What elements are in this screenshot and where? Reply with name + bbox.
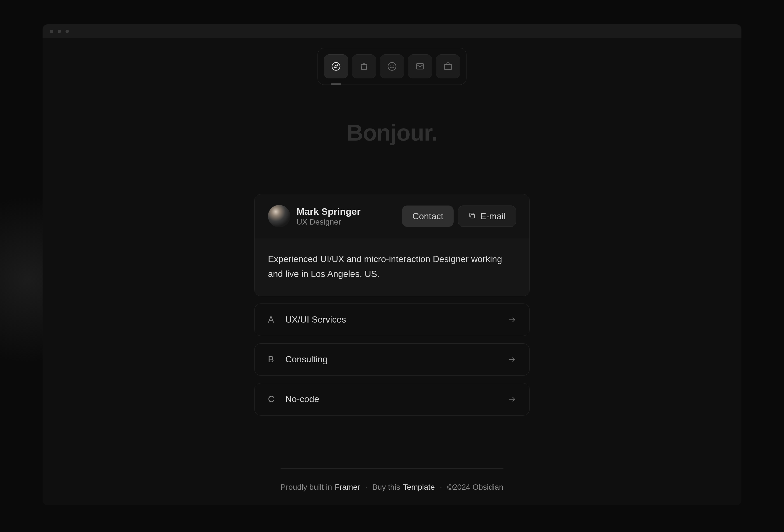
avatar: [268, 205, 290, 227]
footer-template-link[interactable]: Template: [403, 483, 435, 492]
app-window: Bonjour. Mark Springer UX Designer Conta…: [43, 24, 741, 505]
maximize-icon[interactable]: [65, 30, 69, 33]
smile-icon: [387, 62, 397, 71]
footer-separator: ·: [363, 483, 370, 492]
arrow-right-icon: [508, 316, 516, 324]
footer-built-link[interactable]: Framer: [335, 483, 360, 492]
footer-built-prefix: Proudly built in: [281, 483, 332, 492]
svg-marker-1: [334, 65, 337, 68]
list-label: UX/UI Services: [285, 314, 498, 325]
page-content: Bonjour. Mark Springer UX Designer Conta…: [43, 38, 741, 505]
nav-about[interactable]: [380, 54, 404, 78]
nav-contact[interactable]: [408, 54, 432, 78]
arrow-right-icon: [508, 356, 516, 363]
svg-point-0: [332, 62, 340, 70]
service-item-ux[interactable]: A UX/UI Services: [254, 304, 530, 336]
close-icon[interactable]: [50, 30, 53, 33]
profile-name: Mark Springer: [297, 206, 396, 217]
contact-button[interactable]: Contact: [402, 205, 454, 227]
nav-store[interactable]: [352, 54, 376, 78]
copy-icon: [469, 211, 476, 222]
arrow-right-icon: [508, 395, 516, 403]
service-item-nocode[interactable]: C No-code: [254, 383, 530, 416]
top-nav: [317, 48, 467, 85]
email-button[interactable]: E-mail: [458, 205, 516, 227]
profile-bio: Experienced UI/UX and micro-interaction …: [268, 252, 516, 281]
contact-button-label: Contact: [413, 211, 443, 222]
nav-home[interactable]: [324, 54, 348, 78]
shopping-bag-icon: [359, 62, 369, 71]
profile-card: Mark Springer UX Designer Contact E-mail: [254, 194, 530, 296]
profile-header: Mark Springer UX Designer Contact E-mail: [254, 194, 530, 238]
footer-separator: ·: [438, 483, 444, 492]
page-greeting: Bonjour.: [347, 119, 438, 146]
list-letter: C: [268, 394, 275, 404]
profile-identity: Mark Springer UX Designer: [297, 206, 396, 227]
briefcase-icon: [443, 62, 453, 71]
minimize-icon[interactable]: [58, 30, 61, 33]
profile-role: UX Designer: [297, 218, 396, 226]
profile-actions: Contact E-mail: [402, 205, 516, 227]
list-letter: A: [268, 314, 275, 325]
mail-icon: [415, 62, 425, 71]
window-titlebar: [43, 24, 741, 38]
profile-body: Experienced UI/UX and micro-interaction …: [254, 238, 530, 296]
svg-rect-6: [444, 64, 452, 69]
service-item-consulting[interactable]: B Consulting: [254, 343, 530, 376]
footer-buy-prefix: Buy this: [372, 483, 400, 492]
main-stack: Mark Springer UX Designer Contact E-mail: [254, 194, 530, 416]
list-label: Consulting: [285, 354, 498, 365]
email-button-label: E-mail: [480, 211, 506, 222]
page-footer: Proudly built in Framer · Buy this Templ…: [281, 469, 503, 505]
list-label: No-code: [285, 394, 498, 404]
nav-work[interactable]: [436, 54, 460, 78]
svg-point-2: [388, 62, 396, 70]
footer-copyright: ©2024 Obsidian: [447, 483, 503, 492]
svg-rect-7: [471, 214, 475, 218]
list-letter: B: [268, 354, 275, 365]
compass-icon: [331, 62, 341, 71]
